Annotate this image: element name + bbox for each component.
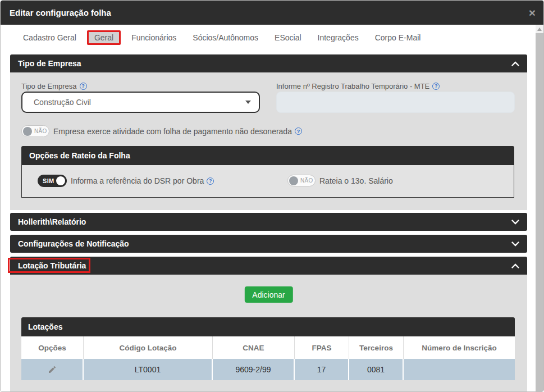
table-row[interactable]: LT0001 9609-2/99 17 0081 xyxy=(21,359,515,380)
tipo-empresa-selected-value: Construção Civil xyxy=(34,98,91,107)
dsr-label-text: Informa a referência do DSR por Obra xyxy=(71,176,204,185)
adicionar-button[interactable]: Adicionar xyxy=(244,286,292,303)
column-header-cnae: CNAE xyxy=(213,336,295,359)
section-lotacao-header[interactable]: Lotação Tributária xyxy=(10,257,527,275)
tab-esocial[interactable]: ESocial xyxy=(269,31,307,44)
vertical-scrollbar[interactable] xyxy=(536,25,543,391)
chevron-down-icon[interactable] xyxy=(511,220,519,225)
tab-corpo-email[interactable]: Corpo E-Mail xyxy=(369,31,427,44)
desonerada-toggle-row: NÃO Empresa exerce atividade com folha d… xyxy=(21,125,302,137)
lotacoes-table-header-row: Opções Código Lotação CNAE FPAS Terceiro… xyxy=(21,336,515,359)
column-header-terceiros: Terceiros xyxy=(349,336,404,359)
row-options-cell xyxy=(21,359,84,380)
dsr-toggle-row: SIM Informa a referência do DSR por Obra… xyxy=(38,175,214,187)
column-header-fpas: FPAS xyxy=(295,336,349,359)
toggle-knob xyxy=(56,176,65,185)
chevron-up-icon[interactable] xyxy=(511,263,519,268)
column-header-numero-inscricao: Número de Inscrição xyxy=(404,336,515,359)
dsr-toggle-label: Informa a referência do DSR por Obra ? xyxy=(71,176,214,185)
rateio-panel-header: Opções de Rateio da Folha xyxy=(21,146,514,165)
chevron-up-icon[interactable] xyxy=(511,61,519,66)
help-icon[interactable]: ? xyxy=(295,127,302,135)
column-header-codigo-lotacao: Código Lotação xyxy=(84,336,213,359)
tab-socios-autonomos[interactable]: Sócios/Autônomos xyxy=(187,31,264,44)
edit-pencil-icon[interactable] xyxy=(48,365,57,374)
mte-label-text: Informe nº Registro Trabalho Temporário … xyxy=(276,82,429,90)
help-icon[interactable]: ? xyxy=(432,83,440,90)
help-icon[interactable]: ? xyxy=(80,83,87,90)
toggle-knob xyxy=(23,127,32,136)
mte-input[interactable] xyxy=(276,92,515,113)
tab-integracoes[interactable]: Integrações xyxy=(312,31,364,44)
desonerada-toggle-label: Empresa exerce atividade com folha de pa… xyxy=(53,127,302,136)
salario-toggle-label: Rateia o 13o. Salário xyxy=(319,176,393,185)
salario-toggle[interactable]: NÃO xyxy=(287,175,316,186)
section-title: Tipo de Empresa xyxy=(18,59,81,68)
annotation-box: Lotação Tributária xyxy=(8,258,90,273)
lotacoes-table-titlebar: Lotações xyxy=(21,317,515,336)
dropdown-caret-icon xyxy=(245,101,251,104)
row-terceiros-cell: 0081 xyxy=(349,359,404,380)
scrollbar-up-arrow-icon[interactable] xyxy=(536,25,543,33)
lotacoes-table: Lotações Opções Código Lotação CNAE FPAS… xyxy=(21,317,515,380)
edit-config-modal: Editar configuração folha × Cadastro Ger… xyxy=(0,0,544,392)
rateio-panel-body: SIM Informa a referência do DSR por Obra… xyxy=(21,165,514,198)
tipo-empresa-label: Tipo de Empresa ? xyxy=(21,81,87,90)
toggle-state-text: SIM xyxy=(43,177,54,184)
chevron-down-icon[interactable] xyxy=(511,241,519,247)
toggle-state-text: NÃO xyxy=(34,128,47,134)
scrollbar-thumb[interactable] xyxy=(536,33,543,391)
tipo-empresa-label-text: Tipo de Empresa xyxy=(21,82,77,90)
tab-geral[interactable]: Geral xyxy=(87,30,121,45)
section-tipo-empresa-body: Tipo de Empresa ? Construção Civil Infor… xyxy=(10,72,527,210)
close-icon[interactable]: × xyxy=(529,7,536,19)
section-lotacao-body: Adicionar Lotações Opções Código Lotação… xyxy=(10,275,527,392)
row-codigo-cell: LT0001 xyxy=(84,359,213,380)
dsr-toggle[interactable]: SIM xyxy=(38,175,67,187)
desonerada-label-text: Empresa exerce atividade com folha de pa… xyxy=(53,127,292,136)
salario-label-text: Rateia o 13o. Salário xyxy=(319,176,393,185)
column-header-opcoes: Opções xyxy=(21,336,84,359)
section-title: Lotação Tributária xyxy=(18,261,86,270)
tabbar: Cadastro Geral Geral Funcionários Sócios… xyxy=(1,25,528,50)
section-tipo-empresa-header[interactable]: Tipo de Empresa xyxy=(10,54,527,72)
mte-label: Informe nº Registro Trabalho Temporário … xyxy=(276,81,440,90)
salario-toggle-row: NÃO Rateia o 13o. Salário xyxy=(287,175,393,186)
toggle-knob xyxy=(289,176,298,185)
tipo-empresa-select[interactable]: Construção Civil xyxy=(21,92,260,113)
help-icon[interactable]: ? xyxy=(207,177,214,185)
desonerada-toggle[interactable]: NÃO xyxy=(21,125,49,137)
section-title: Hollerith\Relatório xyxy=(18,217,86,226)
rateio-panel-title: Opções de Rateio da Folha xyxy=(29,151,130,160)
modal-header: Editar configuração folha × xyxy=(1,1,544,25)
tab-funcionarios[interactable]: Funcionários xyxy=(126,31,182,44)
row-cnae-cell: 9609-2/99 xyxy=(213,359,295,380)
row-fpas-cell: 17 xyxy=(295,359,349,380)
section-hollerith-header[interactable]: Hollerith\Relatório xyxy=(10,213,527,231)
rateio-panel: Opções de Rateio da Folha SIM Informa a … xyxy=(21,146,514,198)
row-inscricao-cell xyxy=(404,359,515,380)
tab-cadastro-geral[interactable]: Cadastro Geral xyxy=(17,31,82,44)
modal-title: Editar configuração folha xyxy=(10,8,111,17)
section-title: Configurações de Notificação xyxy=(18,239,129,248)
toggle-state-text: NÃO xyxy=(300,177,313,184)
lotacoes-table-title: Lotações xyxy=(28,322,62,331)
section-notificacao-header[interactable]: Configurações de Notificação xyxy=(10,235,527,253)
